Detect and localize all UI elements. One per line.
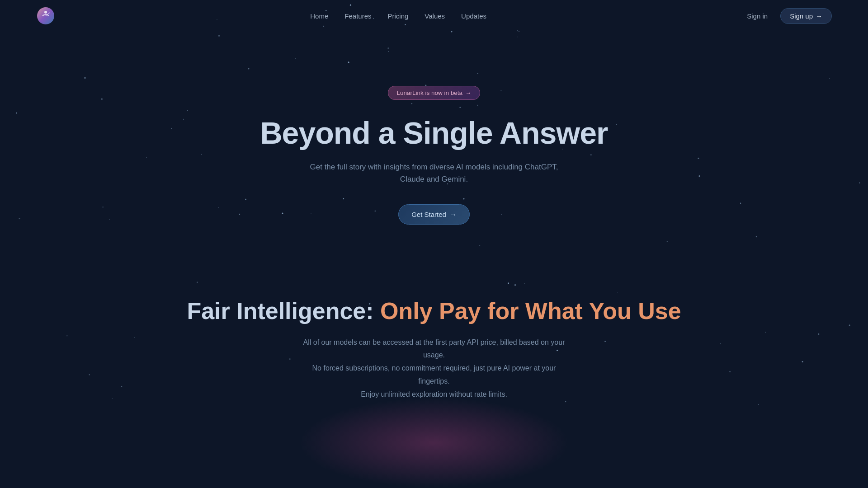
- fair-desc-line2: No forced subscriptions, no commitment r…: [312, 364, 556, 385]
- hero-section: LunarLink is now in beta → Beyond a Sing…: [0, 32, 868, 261]
- beta-badge-text: LunarLink is now in beta: [396, 89, 462, 96]
- navbar-actions: Sign in Sign up →: [741, 8, 832, 24]
- svg-point-78: [44, 11, 47, 14]
- sign-up-label: Sign up: [790, 12, 813, 20]
- nav-home[interactable]: Home: [310, 12, 328, 20]
- navbar: Home Features Pricing Values Updates Sig…: [0, 0, 868, 32]
- fair-title-plain: Fair Intelligence:: [187, 298, 373, 324]
- get-started-label: Get Started: [411, 211, 446, 218]
- sign-up-button[interactable]: Sign up →: [780, 8, 832, 24]
- nav-updates[interactable]: Updates: [461, 12, 486, 20]
- fair-desc-line3: Enjoy unlimited exploration without rate…: [361, 390, 507, 398]
- fair-intelligence-title: Fair Intelligence: Only Pay for What You…: [18, 297, 850, 325]
- beta-arrow-icon: →: [465, 89, 472, 96]
- get-started-arrow-icon: →: [450, 211, 457, 218]
- logo-icon: [36, 6, 55, 25]
- beta-badge-button[interactable]: LunarLink is now in beta →: [388, 86, 480, 100]
- nav-pricing[interactable]: Pricing: [387, 12, 408, 20]
- nav-features[interactable]: Features: [344, 12, 371, 20]
- fair-intelligence-section: Fair Intelligence: Only Pay for What You…: [0, 261, 868, 428]
- sign-in-button[interactable]: Sign in: [741, 9, 773, 23]
- hero-subtitle: Get the full story with insights from di…: [307, 161, 561, 185]
- fair-desc-line1: All of our models can be accessed at the…: [303, 338, 565, 359]
- fair-intelligence-description: All of our models can be accessed at the…: [298, 336, 570, 401]
- logo[interactable]: [36, 6, 55, 25]
- fair-title-highlight: Only Pay for What You Use: [380, 298, 681, 324]
- sign-up-arrow-icon: →: [816, 12, 822, 20]
- hero-title: Beyond a Single Answer: [260, 116, 608, 150]
- nav-links: Home Features Pricing Values Updates: [310, 12, 486, 20]
- nav-values[interactable]: Values: [425, 12, 445, 20]
- get-started-button[interactable]: Get Started →: [398, 204, 470, 225]
